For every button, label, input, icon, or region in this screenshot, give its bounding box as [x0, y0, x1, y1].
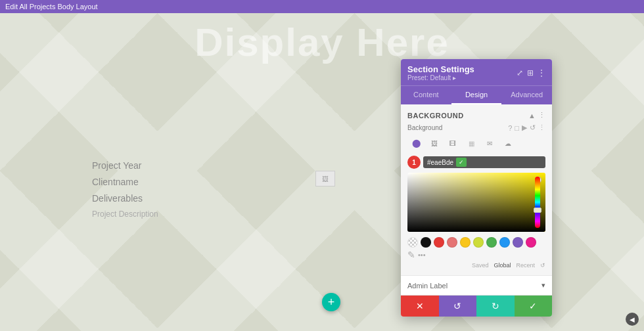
canvas-area: Display Here Project Year Clientname Del… [0, 13, 644, 331]
background-type-icons: ⬤ 🖼 🎞 ▦ ✉ ☁ [407, 136, 545, 150]
tab-content[interactable]: Content [401, 86, 451, 104]
tab-design[interactable]: Design [451, 86, 502, 104]
swatch-transparent[interactable] [407, 237, 418, 248]
background-header-icons: ▲ ⋮ [528, 111, 545, 120]
redo-button[interactable]: ↻ [476, 296, 515, 317]
cancel-button[interactable]: ✕ [401, 296, 439, 317]
gradient-overlay [407, 173, 545, 232]
type-color[interactable]: ⬤ [407, 136, 425, 150]
reset-swatches-icon[interactable]: ↺ [540, 262, 545, 269]
swatch-magenta[interactable] [526, 237, 536, 248]
paste-icon[interactable]: ▶ [522, 123, 527, 132]
background-row-label: Background [407, 124, 442, 131]
background-row-controls: ? □ ▶ ↺ ⋮ [508, 123, 545, 132]
panel-header: Section Settings Preset: Default ▸ ⤢ ⊞ ⋮ [401, 59, 552, 85]
project-deliverables: Deliverables [92, 190, 158, 207]
panel-icon-resize[interactable]: ⤢ [517, 68, 523, 77]
swatch-blue[interactable] [499, 237, 510, 248]
swatches-row: ✎ ••• [407, 237, 545, 259]
admin-label-text: Admin Label [407, 282, 448, 290]
settings-panel: Section Settings Preset: Default ▸ ⤢ ⊞ ⋮… [401, 59, 552, 317]
bottom-right-icon[interactable]: ◀ [626, 313, 639, 326]
panel-title: Section Settings [407, 64, 474, 74]
color-input-row: 1 #eaeBde ✓ [407, 156, 545, 169]
type-video[interactable]: 🎞 [444, 136, 461, 150]
project-description: Project Description [92, 208, 158, 222]
recent-label[interactable]: Recent [516, 262, 535, 269]
project-year: Project Year [92, 158, 158, 174]
hue-handle[interactable] [534, 208, 541, 213]
background-row: Background ? □ ▶ ↺ ⋮ [407, 123, 545, 132]
project-client: Clientname [92, 174, 158, 190]
type-gradient[interactable]: ▦ [463, 136, 480, 150]
copy-icon[interactable]: □ [515, 124, 519, 132]
swatches-labels: Saved Global Recent ↺ [407, 262, 545, 269]
hue-track [535, 177, 540, 228]
swatch-yellow[interactable] [460, 237, 471, 248]
reset-icon[interactable]: ↺ [530, 123, 536, 132]
panel-icon-grid[interactable]: ⊞ [527, 68, 534, 77]
add-section-button[interactable]: + [322, 293, 340, 311]
badge-number-1: 1 [407, 156, 421, 169]
type-image[interactable]: 🖼 [426, 136, 443, 150]
more-icon[interactable]: ⋮ [538, 123, 545, 132]
swatch-lime[interactable] [473, 237, 484, 248]
help-icon[interactable]: ? [508, 124, 512, 132]
admin-label-row[interactable]: Admin Label ▾ [401, 275, 552, 295]
panel-body: Background ▲ ⋮ Background ? □ ▶ ↺ ⋮ [401, 104, 552, 275]
section-more-icon[interactable]: ⋮ [538, 111, 545, 120]
hex-confirm[interactable]: ✓ [456, 158, 467, 167]
collapse-icon[interactable]: ▲ [528, 112, 536, 120]
type-pattern[interactable]: ✉ [481, 136, 498, 150]
background-section-header: Background ▲ ⋮ [407, 111, 545, 120]
top-bar-label: Edit All Projects Body Layout [5, 3, 98, 11]
global-label[interactable]: Global [494, 262, 511, 269]
undo-button[interactable]: ↺ [439, 296, 477, 317]
project-content: Project Year Clientname Deliverables Pro… [92, 158, 158, 221]
tab-advanced[interactable]: Advanced [501, 86, 552, 104]
swatch-red[interactable] [434, 237, 444, 248]
background-title: Background [407, 112, 464, 120]
action-bar: ✕ ↺ ↻ ✓ [401, 295, 552, 317]
swatch-black[interactable] [421, 237, 431, 248]
type-cloud[interactable]: ☁ [499, 136, 517, 150]
top-bar: Edit All Projects Body Layout [0, 0, 644, 13]
swatch-custom-icon[interactable]: ✎ [407, 250, 415, 259]
swatches-more[interactable]: ••• [418, 252, 426, 259]
hex-value: #eaeBde [427, 159, 453, 166]
save-button[interactable]: ✓ [515, 296, 553, 317]
hue-slider[interactable] [534, 177, 541, 228]
swatch-purple[interactable] [513, 237, 523, 248]
panel-tabs: Content Design Advanced [401, 85, 552, 104]
image-placeholder: 🖼 [315, 171, 335, 187]
panel-icon-more[interactable]: ⋮ [538, 68, 545, 77]
gradient-picker[interactable] [407, 173, 545, 232]
panel-preset: Preset: Default ▸ [407, 74, 474, 81]
hex-input-box[interactable]: #eaeBde ✓ [423, 156, 545, 168]
swatch-green[interactable] [486, 237, 497, 248]
panel-header-icons: ⤢ ⊞ ⋮ [517, 68, 545, 77]
swatch-pink[interactable] [447, 237, 457, 248]
admin-label-chevron: ▾ [541, 281, 545, 290]
saved-label[interactable]: Saved [472, 262, 489, 269]
